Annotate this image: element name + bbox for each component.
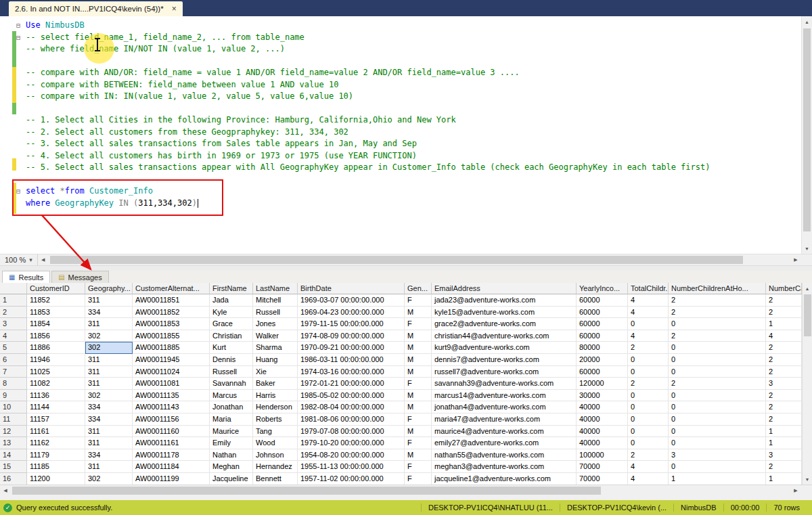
grid-cell[interactable]: 311 [85,378,133,390]
grid-cell[interactable]: 0 [628,437,669,449]
grid-cell[interactable]: AW00011178 [133,449,210,462]
grid-cell[interactable]: 70000 [577,461,628,473]
grid-cell[interactable]: Emily [210,437,253,449]
grid-cell[interactable]: 302 [85,473,133,485]
sql-editor[interactable]: ⊟Use NimbusDB⊟-- select field_name_1, fi… [0,16,812,254]
grid-cell[interactable]: 11854 [27,318,85,330]
scroll-down-icon[interactable]: ▼ [803,474,812,485]
grid-cell[interactable]: AW00011135 [133,390,210,402]
grid-vscroll-thumb[interactable] [804,294,811,336]
grid-cell[interactable]: 0 [628,390,669,402]
grid-cell[interactable]: 1972-01-21 00:00:00.000 [298,378,405,390]
grid-cell[interactable]: M [405,307,432,319]
grid-cell[interactable]: kyle15@adventure-works.com [432,307,577,319]
grid-cell[interactable]: 1974-03-16 00:00:00.000 [298,366,405,378]
grid-cell[interactable]: 0 [669,413,766,426]
row-header[interactable]: 2 [0,307,27,319]
grid-cell[interactable]: AW00011143 [133,401,210,413]
grid-cell[interactable]: 1986-03-11 00:00:00.000 [298,354,405,366]
grid-cell[interactable]: 311 [85,461,133,473]
grid-cell[interactable]: AW00011156 [133,413,210,426]
grid-cell[interactable]: savannah39@adventure-works.com [432,378,577,390]
grid-cell[interactable]: 2 [766,366,802,378]
row-header[interactable]: 8 [0,378,27,390]
select-all-corner[interactable] [0,283,27,294]
collapse-region-icon[interactable]: ⊟ [16,20,26,32]
grid-cell[interactable]: 1979-11-15 00:00:00.000 [298,318,405,330]
grid-cell[interactable]: 1969-03-07 00:00:00.000 [298,294,405,307]
grid-cell[interactable]: 60000 [577,330,628,342]
grid-cell[interactable]: AW00011853 [133,318,210,330]
grid-cell[interactable]: 60000 [577,366,628,378]
grid-cell[interactable]: 2 [628,449,669,462]
grid-cell[interactable]: 0 [628,401,669,413]
close-icon[interactable]: × [172,5,177,13]
collapse-region-icon[interactable]: ⊟ [16,32,26,44]
grid-cell[interactable]: Walker [253,330,298,342]
grid-cell[interactable]: Baker [253,378,298,390]
grid-cell[interactable]: 0 [628,413,669,426]
column-header[interactable]: Gen... [405,283,432,294]
editor-vscroll-thumb[interactable] [803,28,811,231]
grid-cell[interactable]: 60000 [577,294,628,307]
grid-cell[interactable]: marcus14@adventure-works.com [432,390,577,402]
results-grid[interactable]: CustomerIDGeography...CustomerAlternat..… [0,283,812,485]
row-header[interactable]: 16 [0,473,27,485]
grid-cell[interactable]: AW00011855 [133,330,210,342]
grid-cell[interactable]: 4 [628,307,669,319]
grid-cell[interactable]: 40000 [577,413,628,426]
grid-cell[interactable]: 0 [628,318,669,330]
grid-cell[interactable]: 302 [85,342,133,354]
grid-cell[interactable]: 3 [766,378,802,390]
grid-cell[interactable]: 11856 [27,330,85,342]
column-header[interactable]: TotalChildr... [628,283,669,294]
grid-cell[interactable]: Russell [210,366,253,378]
grid-cell[interactable]: Marcus [210,390,253,402]
grid-cell[interactable]: Huang [253,354,298,366]
grid-cell[interactable]: 334 [85,401,133,413]
grid-cell[interactable]: 0 [669,401,766,413]
grid-cell[interactable]: 2 [669,330,766,342]
grid-cell[interactable]: Christian [210,330,253,342]
grid-cell[interactable]: Mitchell [253,294,298,307]
scroll-right-icon[interactable]: ▶ [790,257,801,263]
row-header[interactable]: 15 [0,461,27,473]
grid-cell[interactable]: F [405,473,432,485]
grid-cell[interactable]: 100000 [577,449,628,462]
grid-cell[interactable]: 302 [85,390,133,402]
grid-cell[interactable]: AW00011184 [133,461,210,473]
grid-cell[interactable]: 4 [628,473,669,485]
grid-cell[interactable]: 334 [85,413,133,426]
column-header[interactable]: LastName [253,283,298,294]
grid-cell[interactable]: 311 [85,294,133,307]
column-header[interactable]: YearlyInco... [577,283,628,294]
grid-cell[interactable]: Henderson [253,401,298,413]
grid-cell[interactable]: jada23@adventure-works.com [432,294,577,307]
grid-cell[interactable]: 3 [669,449,766,462]
grid-vertical-scrollbar[interactable]: ▲ ▼ [802,283,812,485]
grid-cell[interactable]: F [405,461,432,473]
grid-cell[interactable]: M [405,354,432,366]
grid-cell[interactable]: 11852 [27,294,85,307]
grid-cell[interactable]: 311 [85,426,133,438]
grid-cell[interactable]: 11886 [27,342,85,354]
grid-cell[interactable]: Dennis [210,354,253,366]
grid-cell[interactable]: 40000 [577,437,628,449]
grid-cell[interactable]: 0 [628,354,669,366]
grid-cell[interactable]: 4 [766,330,802,342]
grid-cell[interactable]: 2 [628,342,669,354]
grid-cell[interactable]: 1970-09-21 00:00:00.000 [298,342,405,354]
grid-cell[interactable]: 11185 [27,461,85,473]
grid-cell[interactable]: 2 [766,354,802,366]
grid-cell[interactable]: M [405,390,432,402]
scroll-up-icon[interactable]: ▲ [803,283,812,294]
grid-cell[interactable]: 20000 [577,354,628,366]
grid-cell[interactable]: 311 [85,318,133,330]
grid-cell[interactable]: 60000 [577,307,628,319]
editor-vertical-scrollbar[interactable]: ▲ ▼ [801,16,812,254]
grid-cell[interactable]: Sharma [253,342,298,354]
grid-cell[interactable]: 11179 [27,449,85,462]
grid-hscroll-track[interactable] [11,485,790,496]
grid-cell[interactable]: AW00011885 [133,342,210,354]
grid-cell[interactable]: russell7@adventure-works.com [432,366,577,378]
